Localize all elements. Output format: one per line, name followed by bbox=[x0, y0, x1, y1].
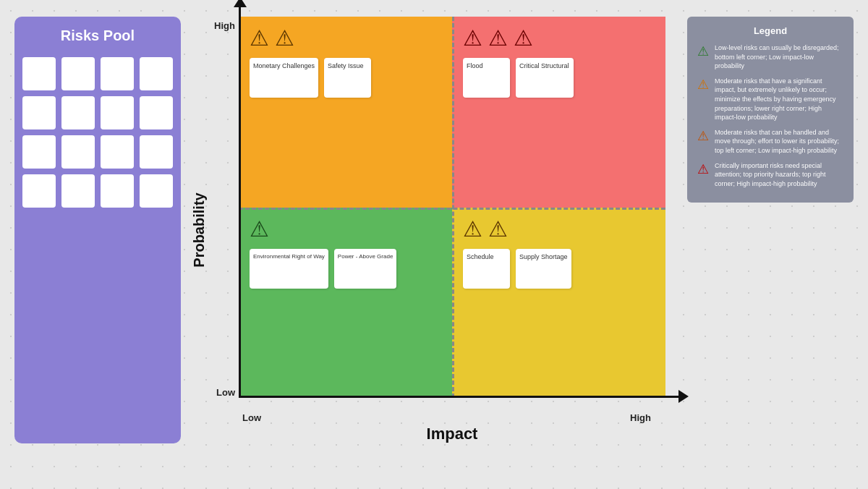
quadrant-grid: ⚠ ⚠ Monetary Challenges Safety Issue bbox=[239, 17, 665, 398]
warning-icon: ⚠ bbox=[250, 218, 269, 240]
risk-card[interactable]: Schedule bbox=[463, 249, 510, 289]
legend: Legend ⚠ Low-level risks can usually be … bbox=[687, 17, 854, 203]
quadrant-top-right: ⚠ ⚠ ⚠ Flood Critical Structural bbox=[452, 17, 665, 208]
pool-card[interactable] bbox=[101, 135, 134, 169]
pool-row-1 bbox=[23, 57, 172, 90]
x-labels-row: Low High bbox=[239, 412, 665, 423]
top-right-cards: Flood Critical Structural bbox=[463, 58, 655, 98]
legend-icon-green: ⚠ bbox=[697, 43, 709, 59]
bottom-left-cards: Environmental Right of Way Power - Above… bbox=[250, 249, 441, 289]
top-left-icons: ⚠ ⚠ bbox=[250, 27, 441, 49]
right-panel: Legend ⚠ Low-level risks can usually be … bbox=[673, 17, 854, 443]
risk-card[interactable]: Critical Structural bbox=[516, 58, 574, 98]
pool-card[interactable] bbox=[22, 135, 56, 169]
pool-card[interactable] bbox=[101, 96, 134, 129]
legend-icon-red: ⚠ bbox=[697, 161, 709, 177]
legend-item-2: ⚠ Moderate risks that have a significant… bbox=[697, 77, 843, 122]
risks-pool-title: Risks Pool bbox=[23, 27, 172, 44]
pool-card[interactable] bbox=[22, 174, 56, 208]
pool-card[interactable] bbox=[140, 57, 173, 90]
bottom-right-icons: ⚠ ⚠ bbox=[463, 218, 655, 240]
risks-pool: Risks Pool bbox=[14, 17, 181, 443]
pool-card[interactable] bbox=[101, 57, 134, 90]
legend-item-3: ⚠ Moderate risks that can be handled and… bbox=[697, 128, 843, 156]
risk-card[interactable]: Supply Shortage bbox=[516, 249, 571, 289]
pool-card[interactable] bbox=[140, 174, 173, 208]
pool-card[interactable] bbox=[61, 135, 95, 169]
warning-icon: ⚠ bbox=[275, 27, 294, 49]
risk-card[interactable]: Safety Issue bbox=[324, 58, 371, 98]
risk-card[interactable]: Power - Above Grade bbox=[334, 249, 396, 289]
pool-row-3 bbox=[23, 135, 172, 169]
legend-text-3: Moderate risks that can be handled and m… bbox=[715, 128, 843, 156]
bottom-right-cards: Schedule Supply Shortage bbox=[463, 249, 655, 289]
pool-row-2 bbox=[23, 96, 172, 129]
quadrant-bottom-right: ⚠ ⚠ Schedule Supply Shortage bbox=[452, 208, 665, 399]
warning-icon: ⚠ bbox=[463, 27, 482, 49]
pool-card[interactable] bbox=[61, 57, 95, 90]
y-high-label: High bbox=[210, 20, 239, 31]
risk-card[interactable]: Environmental Right of Way bbox=[250, 249, 328, 289]
pool-card[interactable] bbox=[140, 135, 173, 169]
warning-icon: ⚠ bbox=[463, 218, 482, 240]
pool-card[interactable] bbox=[140, 96, 173, 129]
y-axis-label: Probability bbox=[191, 158, 208, 302]
pool-card[interactable] bbox=[22, 96, 56, 129]
warning-icon: ⚠ bbox=[250, 27, 269, 49]
risk-card[interactable]: Flood bbox=[463, 58, 510, 98]
legend-icon-dark-orange: ⚠ bbox=[697, 128, 709, 144]
y-low-label: Low bbox=[210, 387, 239, 398]
legend-text-2: Moderate risks that have a significant i… bbox=[715, 77, 843, 122]
x-axis-title: Impact bbox=[239, 425, 665, 443]
pool-card[interactable] bbox=[101, 174, 134, 208]
legend-text-1: Low-level risks can usually be disregard… bbox=[715, 43, 843, 71]
pool-row-4 bbox=[23, 174, 172, 208]
legend-title: Legend bbox=[697, 25, 843, 36]
warning-icon: ⚠ bbox=[488, 218, 508, 240]
top-left-cards: Monetary Challenges Safety Issue bbox=[250, 58, 441, 98]
main-container: Risks Pool bbox=[7, 9, 861, 480]
quadrant-top-left: ⚠ ⚠ Monetary Challenges Safety Issue bbox=[239, 17, 452, 208]
quadrant-bottom-left: ⚠ Environmental Right of Way Power - Abo… bbox=[239, 208, 452, 399]
risk-card[interactable]: Monetary Challenges bbox=[250, 58, 318, 98]
legend-item-1: ⚠ Low-level risks can usually be disrega… bbox=[697, 43, 843, 71]
legend-text-4: Critically important risks need special … bbox=[715, 161, 843, 189]
warning-icon: ⚠ bbox=[514, 27, 533, 49]
bottom-left-icons: ⚠ bbox=[250, 218, 441, 240]
warning-icon: ⚠ bbox=[488, 27, 508, 49]
x-high-label: High bbox=[630, 412, 651, 423]
pool-card[interactable] bbox=[61, 96, 95, 129]
top-right-icons: ⚠ ⚠ ⚠ bbox=[463, 27, 655, 49]
legend-item-4: ⚠ Critically important risks need specia… bbox=[697, 161, 843, 189]
x-low-label: Low bbox=[242, 412, 261, 423]
chart-area: Probability High Low bbox=[188, 17, 665, 443]
pool-card[interactable] bbox=[61, 174, 95, 208]
pool-card[interactable] bbox=[22, 57, 56, 90]
legend-icon-orange: ⚠ bbox=[697, 77, 709, 93]
